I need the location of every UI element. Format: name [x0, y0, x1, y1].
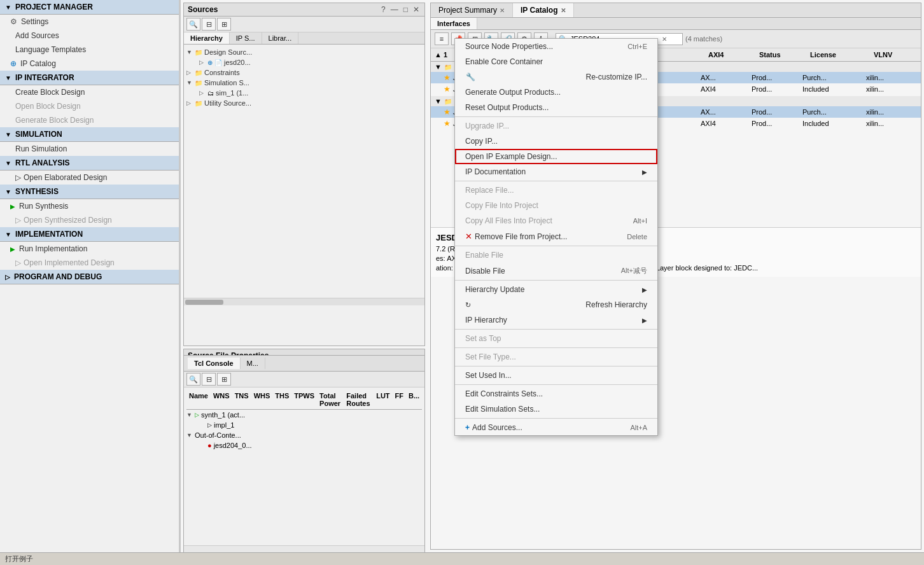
menu-disable-file[interactable]: Disable File Alt+减号 — [455, 263, 657, 279]
tab-hierarchy[interactable]: Hierarchy — [184, 32, 230, 44]
group-expand-icon: ▼ — [435, 97, 442, 105]
ip-catalog-tab-close[interactable]: ✕ — [561, 7, 566, 14]
refresh-icon: ↻ — [465, 301, 471, 309]
tcl-collapse-button[interactable]: ⊟ — [202, 373, 216, 386]
col-b-header: B... — [406, 391, 422, 408]
star-icon: ★ — [444, 73, 451, 82]
menu-generate-output[interactable]: Generate Output Products... — [455, 85, 657, 100]
menu-copy-ip[interactable]: Copy IP... — [455, 134, 657, 149]
menu-edit-constraints-sets[interactable]: Edit Constraints Sets... — [455, 386, 657, 401]
menu-item-label: Source Node Properties... — [465, 42, 553, 51]
sidebar-item-run-simulation[interactable]: Run Simulation — [0, 142, 180, 156]
menu-copy-all-files: Copy All Files Into Project Alt+I — [455, 213, 657, 228]
sidebar-item-ip-catalog[interactable]: ⊕ IP Catalog — [0, 57, 180, 71]
tab-project-summary[interactable]: Project Summary ✕ — [431, 3, 513, 17]
tree-item-constraints[interactable]: ▷ 📁 Constraints — [186, 67, 422, 78]
menu-recustomize-ip[interactable]: 🔧 Re-customize IP... — [455, 69, 657, 85]
col-ths-header: THS — [272, 391, 291, 408]
menu-edit-simulation-sets[interactable]: Edit Simulation Sets... — [455, 401, 657, 417]
run-implementation-label: Run Implementation — [19, 244, 87, 253]
close-icon[interactable]: ✕ — [412, 5, 421, 14]
menu-open-ip-example[interactable]: Open IP Example Design... — [455, 149, 657, 164]
section-implementation[interactable]: ▼ IMPLEMENTATION — [0, 227, 180, 242]
section-label: RTL ANALYSIS — [15, 158, 70, 167]
group-folder-icon: 📁 — [444, 98, 452, 105]
jesd204-wireless-axi: AX... — [701, 108, 752, 116]
sidebar-item-add-sources[interactable]: Add Sources — [0, 29, 180, 43]
tab-libraries[interactable]: Librar... — [262, 32, 299, 44]
col-wns-header: WNS — [211, 391, 232, 408]
tab-messages[interactable]: M... — [241, 358, 265, 369]
tab-ip-catalog[interactable]: IP Catalog ✕ — [513, 3, 573, 17]
open-synthesized-label: Open Synthesized Design — [24, 216, 112, 225]
tree-item-jesd204[interactable]: ▷ ⊕ 📄 jesd20... — [186, 57, 422, 67]
menu-hierarchy-update[interactable]: Hierarchy Update ▶ — [455, 282, 657, 297]
horizontal-scrollbar[interactable] — [184, 298, 424, 305]
menu-refresh-hierarchy[interactable]: ↻ Refresh Hierarchy — [455, 297, 657, 312]
section-rtl-analysis[interactable]: ▼ RTL ANALYSIS — [0, 156, 180, 171]
filter-icon-btn[interactable]: ≡ — [435, 32, 449, 45]
section-simulation[interactable]: ▼ SIMULATION — [0, 127, 180, 142]
help-icon[interactable]: ? — [380, 5, 387, 14]
menu-source-node-props[interactable]: Source Node Properties... Ctrl+E — [455, 39, 657, 54]
tree-item-design-sources[interactable]: ▼ 📁 Design Sourc... — [186, 47, 422, 57]
section-project-manager[interactable]: ▼ PROJECT MANAGER — [0, 0, 180, 15]
collapse-all-button[interactable]: ⊟ — [202, 18, 216, 31]
sim-icon: 🗂 — [207, 90, 214, 97]
run-row-synth1[interactable]: ▼ ▷ synth_1 (act... — [186, 410, 422, 420]
jesd204phy-wireless-license: Included — [802, 120, 866, 127]
tab-interfaces[interactable]: Interfaces — [431, 18, 477, 29]
menu-ip-documentation[interactable]: IP Documentation ▶ — [455, 164, 657, 179]
clear-search-icon[interactable]: ✕ — [662, 36, 667, 43]
tab-tcl-console[interactable]: Tcl Console — [188, 358, 241, 369]
menu-ip-hierarchy[interactable]: IP Hierarchy ▶ — [455, 312, 657, 328]
settings-label: Settings — [21, 17, 48, 26]
section-program-debug[interactable]: ▷ PROGRAM AND DEBUG — [0, 270, 180, 284]
tcl-title-bar: Tcl Console M... — [184, 356, 424, 372]
error-icon: ● — [207, 442, 212, 449]
scroll-thumb[interactable] — [185, 300, 223, 305]
menu-enable-core-container[interactable]: Enable Core Container — [455, 54, 657, 69]
menu-remove-file[interactable]: ✕ Remove File from Project... Delete — [455, 228, 657, 244]
menu-reset-output[interactable]: Reset Output Products... — [455, 100, 657, 115]
section-label: SYNTHESIS — [15, 187, 59, 196]
run-row-impl1[interactable]: ▷ impl_1 — [186, 420, 422, 430]
section-label: PROJECT MANAGER — [15, 3, 93, 11]
menu-set-used-in[interactable]: Set Used In... — [455, 368, 657, 383]
sources-panel: Sources ? — □ ✕ 🔍 ⊟ ⊞ Hierarchy IP S... … — [183, 3, 425, 346]
run-implementation-icon: ▶ — [10, 246, 15, 253]
sidebar-item-language-templates[interactable]: Language Templates — [0, 43, 180, 57]
run-row-ooc[interactable]: ▼ Out-of-Conte... — [186, 430, 422, 440]
sidebar-item-create-block-design[interactable]: Create Block Design — [0, 85, 180, 99]
menu-add-sources[interactable]: + Add Sources... Alt+A — [455, 420, 657, 435]
utility-label: Utility Source... — [204, 99, 251, 107]
section-synthesis[interactable]: ▼ SYNTHESIS — [0, 185, 180, 199]
open-implemented-label: Open Implemented Design — [24, 258, 115, 267]
tree-item-sim1[interactable]: ▷ 🗂 sim_1 (1... — [186, 88, 422, 98]
tab-ip-sources[interactable]: IP S... — [230, 32, 262, 44]
tcl-search-button[interactable]: 🔍 — [186, 373, 200, 386]
menu-replace-file: Replace File... — [455, 183, 657, 198]
sidebar-item-open-elaborated[interactable]: ▷ Open Elaborated Design — [0, 171, 180, 185]
folder-icon: 📁 — [195, 100, 202, 107]
section-ip-integrator[interactable]: ▼ IP INTEGRATOR — [0, 71, 180, 85]
tree-item-utility-sources[interactable]: ▷ 📁 Utility Source... — [186, 98, 422, 108]
search-button[interactable]: 🔍 — [186, 18, 200, 31]
constraints-label: Constraints — [204, 69, 240, 76]
project-summary-tab-close[interactable]: ✕ — [500, 7, 505, 14]
tree-item-simulation-sources[interactable]: ▼ 📁 Simulation S... — [186, 78, 422, 88]
submenu-arrow-icon: ▶ — [642, 169, 647, 176]
menu-enable-file: Enable File — [455, 248, 657, 263]
maximize-icon[interactable]: □ — [402, 5, 409, 14]
sidebar-item-settings[interactable]: ⚙ Settings — [0, 15, 180, 29]
sidebar-item-run-implementation[interactable]: ▶ Run Implementation — [0, 242, 180, 256]
minimize-icon[interactable]: — — [389, 5, 400, 14]
col-lut-header: LUT — [374, 391, 392, 408]
tcl-expand-button[interactable]: ⊞ — [217, 373, 231, 386]
project-summary-tab-label: Project Summary — [438, 6, 497, 15]
sidebar-item-run-synthesis[interactable]: ▶ Run Synthesis — [0, 199, 180, 213]
interfaces-label: es: — [436, 255, 445, 262]
tcl-toolbar: 🔍 ⊟ ⊞ — [184, 372, 424, 387]
expand-all-button[interactable]: ⊞ — [217, 18, 231, 31]
run-row-jesd204[interactable]: ● jesd204_0... — [186, 440, 422, 450]
